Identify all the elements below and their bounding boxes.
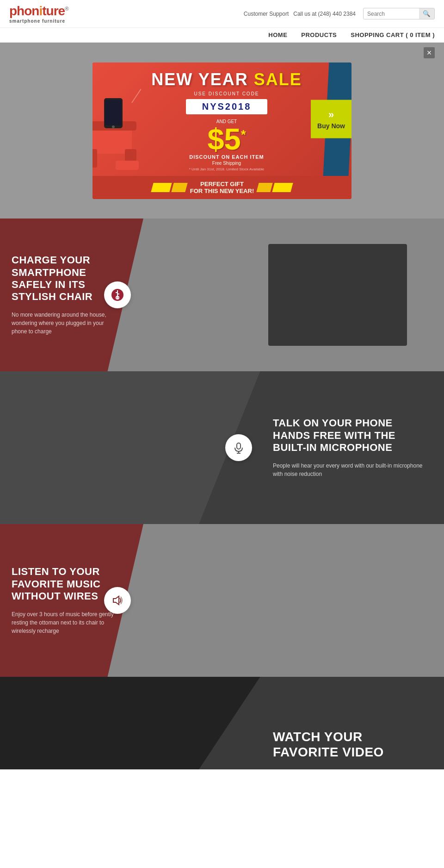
promo-banner: NEW YEAR SALE USE DISCOUNT CODE NYS2018 … <box>92 62 352 199</box>
feature-1-icon-circle <box>104 281 131 308</box>
customer-support-link[interactable]: Customer Support <box>244 11 289 17</box>
promo-arrows-left <box>152 183 186 192</box>
usb-icon <box>111 288 124 301</box>
feature-music-section: LISTEN TO YOUR FAVORITE MUSIC WITHOUT WI… <box>0 524 444 677</box>
feature-2-title: TALK ON YOUR PHONE HANDS FREE WITH THE B… <box>273 417 430 454</box>
promo-chair-image <box>92 89 141 172</box>
promo-title: NEW YEAR SALE <box>139 70 314 89</box>
phone-number: Call us at (248) 440 2384 <box>293 11 356 17</box>
site-header: phoniture® smartphone furniture Customer… <box>0 0 444 28</box>
svg-point-7 <box>112 125 115 128</box>
buy-now-button[interactable]: » Buy Now <box>311 100 352 138</box>
promo-section: × <box>0 43 444 219</box>
feature-2-desc: People will hear your every word with ou… <box>273 462 430 478</box>
microphone-icon <box>232 441 245 454</box>
promo-close-button[interactable]: × <box>424 47 435 58</box>
header-links: Customer Support Call us at (248) 440 23… <box>244 11 356 17</box>
svg-rect-15 <box>237 443 240 449</box>
feature-microphone-section: TALK ON YOUR PHONE HANDS FREE WITH THE B… <box>0 371 444 524</box>
feature-3-icon-circle <box>104 587 131 614</box>
feature-1-product-image <box>268 244 407 346</box>
promo-price: $5* <box>139 124 314 154</box>
search-icon: 🔍 <box>423 10 431 17</box>
feature-2-content: TALK ON YOUR PHONE HANDS FREE WITH THE B… <box>245 371 444 524</box>
promo-arrows-right <box>258 183 292 192</box>
feature-4-title: WATCH YOUR FAVORITE VIDEO <box>273 729 430 760</box>
logo[interactable]: phoniture® smartphone furniture <box>9 4 68 24</box>
feature-1-title: CHARGE YOUR SMARTPHONE SAFELY IN ITS STY… <box>12 254 118 303</box>
header-right: Customer Support Call us at (248) 440 23… <box>244 8 435 19</box>
nav-home[interactable]: HOME <box>268 31 287 38</box>
promo-fine-print: * Until Jan 31st, 2018. Limited Stock Av… <box>139 167 314 171</box>
svg-line-9 <box>132 89 141 103</box>
svg-rect-6 <box>105 100 122 125</box>
nav-cart[interactable]: SHOPPING CART ( 0 ITEM ) <box>351 31 435 38</box>
feature-video-section: WATCH YOUR FAVORITE VIDEO <box>0 677 444 769</box>
feature-2-icon-circle <box>225 434 252 461</box>
svg-rect-2 <box>92 149 97 168</box>
promo-use-code: USE DISCOUNT CODE <box>139 91 314 96</box>
promo-code-box: NYS2018 <box>186 99 268 114</box>
search-input[interactable] <box>364 9 419 19</box>
search-button[interactable]: 🔍 <box>419 8 434 19</box>
feature-4-content: WATCH YOUR FAVORITE VIDEO <box>245 677 444 769</box>
logo-text: phoniture® <box>9 4 68 19</box>
logo-subtitle: smartphone furniture <box>9 19 68 24</box>
main-nav: HOME PRODUCTS SHOPPING CART ( 0 ITEM ) <box>0 28 444 43</box>
feature-3-desc: Enjoy over 3 hours of music before gentl… <box>12 610 118 635</box>
svg-rect-4 <box>116 161 139 170</box>
promo-discount-text: DISCOUNT ON EACH ITEM <box>139 154 314 160</box>
feature-charge-section: CHARGE YOUR SMARTPHONE SAFELY IN ITS STY… <box>0 219 444 371</box>
search-box[interactable]: 🔍 <box>363 8 435 19</box>
promo-free-shipping: Free Shipping <box>139 161 314 166</box>
feature-3-title: LISTEN TO YOUR FAVORITE MUSIC WITHOUT WI… <box>12 566 118 602</box>
promo-phone-area <box>92 62 143 199</box>
feature-1-desc: No more wandering around the house, wond… <box>12 311 118 336</box>
svg-marker-18 <box>113 596 119 605</box>
promo-gift-text: PERFECT GIFTFOR THIS NEW YEAR! <box>190 181 254 194</box>
speaker-icon <box>111 594 124 607</box>
nav-products[interactable]: PRODUCTS <box>301 31 337 38</box>
